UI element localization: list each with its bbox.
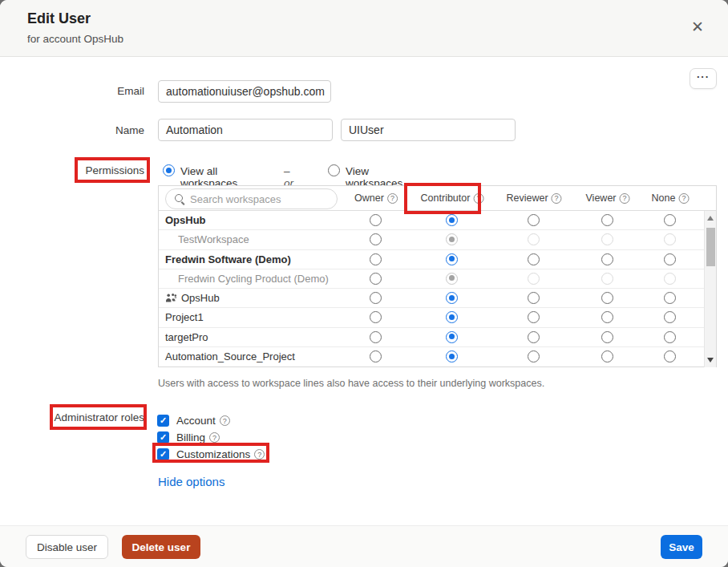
close-icon[interactable]: ✕ [691,19,704,35]
help-icon[interactable]: ? [678,193,689,204]
scroll-up-icon[interactable] [707,216,714,221]
first-name-field[interactable]: Automation [158,119,333,141]
radio-reviewer[interactable] [528,350,540,362]
help-icon[interactable]: ? [220,415,230,426]
last-name-field[interactable]: UIUser [341,119,516,141]
scrollbar[interactable] [704,211,716,367]
radio-reviewer [528,273,540,285]
search-placeholder: Search workspaces [190,193,281,205]
checkbox-account[interactable]: ✓ [157,415,169,427]
radio-none[interactable] [664,331,676,343]
admin-role-row: ✓Account? [157,412,265,429]
radio-none[interactable] [664,214,676,226]
dialog-footer: Disable user Delete user Save [0,525,728,567]
delete-user-button[interactable]: Delete user [122,535,200,559]
help-icon[interactable]: ? [552,193,562,204]
checkbox-customizations[interactable]: ✓ [157,448,169,460]
radio-owner[interactable] [370,311,382,323]
help-icon[interactable]: ? [209,432,220,443]
radio-reviewer[interactable] [528,292,540,304]
checkbox-billing[interactable]: ✓ [157,431,169,443]
column-header-label: Owner [354,192,384,204]
workspace-rows: OpsHubTestWorkspaceFredwin Software (Dem… [159,211,716,367]
column-header-reviewer: Reviewer? [506,192,561,204]
email-field[interactable]: automationuiuser@opshub.com [158,80,331,103]
search-input[interactable]: Search workspaces [165,188,338,209]
hide-options-link[interactable]: Hide options [158,475,224,488]
workspace-name: Project1 [165,311,204,323]
radio-viewer[interactable] [601,292,613,304]
radio-viewer [601,233,613,245]
table-row: targetPro [159,328,716,347]
radio-view-set-permissions[interactable] [328,164,340,176]
radio-reviewer[interactable] [528,331,540,343]
radio-owner[interactable] [370,292,382,304]
dialog-header: Edit User for account OpsHub ✕ [0,0,728,57]
more-options-button[interactable]: ··· [690,68,717,89]
radio-owner[interactable] [370,214,382,226]
table-row: OpsHub [159,211,716,230]
radio-view-all-workspaces[interactable] [163,164,175,176]
column-header-owner: Owner? [354,192,398,204]
radio-viewer[interactable] [601,311,613,323]
radio-viewer[interactable] [601,214,613,226]
radio-contributor[interactable] [446,253,458,265]
radio-reviewer[interactable] [528,214,540,226]
scrollbar-thumb[interactable] [706,228,715,266]
column-header-viewer: Viewer? [586,192,630,204]
radio-owner[interactable] [370,233,382,245]
radio-owner[interactable] [370,253,382,265]
radio-owner[interactable] [370,331,382,343]
admin-role-row: ✓Billing? [157,429,265,446]
radio-none[interactable] [664,311,676,323]
workspace-permissions-table: Search workspaces Owner?Contributor?Revi… [158,185,717,367]
column-header-label: Reviewer [506,192,548,204]
save-button[interactable]: Save [661,535,702,559]
column-header-contributor: Contributor? [421,192,484,204]
radio-reviewer[interactable] [528,311,540,323]
help-icon[interactable]: ? [254,449,265,460]
radio-viewer[interactable] [601,350,613,362]
workspace-name: Fredwin Software (Demo) [165,253,291,265]
table-row: OpsHub [159,289,716,308]
radio-none [664,273,676,285]
help-icon[interactable]: ? [387,193,398,204]
radio-contributor[interactable] [446,350,458,362]
search-icon [175,194,183,202]
radio-none[interactable] [664,350,676,362]
admin-role-label: Customizations [176,448,250,460]
radio-contributor [446,273,458,285]
radio-none[interactable] [664,253,676,265]
admin-roles-label: Administrator roles [24,411,144,423]
workspace-note: Users with access to workspace lines als… [158,378,544,389]
radio-contributor[interactable] [446,214,458,226]
scroll-down-icon[interactable] [707,358,714,362]
radio-owner[interactable] [370,273,382,285]
disable-user-button[interactable]: Disable user [26,535,108,559]
radio-none[interactable] [664,292,676,304]
admin-roles-list: ✓Account?✓Billing?✓Customizations? [157,412,265,463]
workspace-name: Automation_Source_Project [165,350,295,362]
edit-user-dialog: Edit User for account OpsHub ✕ ··· Email… [0,0,728,567]
admin-role-label: Billing [176,431,205,443]
table-row: TestWorkspace [159,230,716,249]
workspace-name: OpsHub [165,214,206,226]
name-label: Name [24,124,144,136]
radio-reviewer[interactable] [528,253,540,265]
radio-contributor[interactable] [446,292,458,304]
dialog-subtitle: for account OpsHub [27,33,123,45]
email-label: Email [24,85,144,97]
workspace-name: Fredwin Cycling Product (Demo) [178,273,329,285]
radio-contributor[interactable] [446,331,458,343]
radio-contributor[interactable] [446,311,458,323]
column-header-label: Viewer [586,192,617,204]
radio-viewer[interactable] [601,253,613,265]
help-icon[interactable]: ? [473,193,483,204]
table-header-row: Search workspaces Owner?Contributor?Revi… [159,186,716,211]
radio-viewer[interactable] [601,331,613,343]
help-icon[interactable]: ? [619,193,629,204]
radio-owner[interactable] [370,350,382,362]
workspace-name: TestWorkspace [178,233,249,245]
column-header-label: None [652,192,676,204]
radio-contributor [446,233,458,245]
